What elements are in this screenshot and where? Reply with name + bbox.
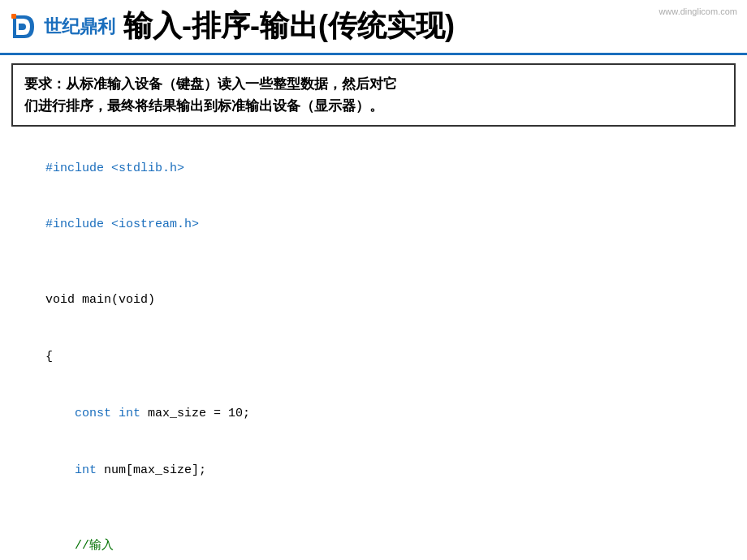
code-const-line: const int max_size = 10;	[16, 386, 731, 442]
company-name: 世纪鼎利	[44, 15, 115, 39]
logo-icon	[10, 12, 39, 41]
page-title: 输入-排序-输出(传统实现)	[123, 6, 455, 46]
code-include2: #include <iostream.h>	[16, 196, 731, 253]
code-area: #include <stdlib.h> #include <iostream.h…	[0, 135, 747, 560]
description-box: 要求：从标准输入设备（键盘）读入一些整型数据，然后对它 们进行排序，最终将结果输…	[11, 63, 736, 127]
include2-text: #include <iostream.h>	[45, 218, 199, 231]
code-empty1	[16, 253, 731, 272]
desc-line2: 们进行排序，最终将结果输出到标准输出设备（显示器）。	[24, 95, 723, 117]
code-empty2	[16, 498, 731, 517]
header: 世纪鼎利 输入-排序-输出(传统实现) www.dinglicom.com	[0, 0, 747, 55]
code-include1: #include <stdlib.h>	[16, 140, 731, 196]
logo-area: 世纪鼎利	[10, 12, 115, 41]
code-num-line: int num[max_size];	[16, 442, 731, 498]
code-comment-input: //输入	[16, 517, 731, 560]
include1-text: #include <stdlib.h>	[45, 162, 184, 175]
desc-line1: 要求：从标准输入设备（键盘）读入一些整型数据，然后对它	[24, 73, 723, 95]
code-void-main: void main(void)	[16, 272, 731, 329]
svg-rect-1	[11, 14, 16, 19]
watermark: www.dinglicom.com	[658, 6, 737, 16]
code-brace-open: {	[16, 329, 731, 386]
